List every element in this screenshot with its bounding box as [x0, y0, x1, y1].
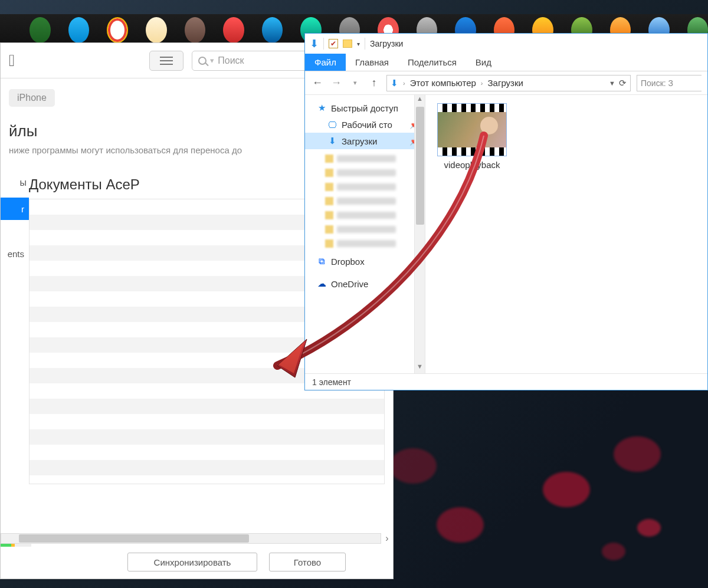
app-row[interactable]: ents — [1, 242, 29, 265]
path-segment[interactable]: Загрузки — [488, 78, 523, 88]
taskbar-icon[interactable] — [185, 17, 206, 43]
explorer-search-input[interactable]: Поиск: З — [637, 75, 702, 91]
address-dropdown-icon[interactable]: ▼ — [609, 80, 615, 87]
ribbon-tab-share[interactable]: Поделиться — [398, 54, 466, 71]
status-text: 1 элемент — [312, 377, 351, 387]
taskbar-icon[interactable] — [262, 17, 283, 43]
column-header: ы — [1, 178, 29, 198]
downloads-arrow-icon: ⬇ — [310, 37, 319, 50]
ribbon-tab-file[interactable]: Файл — [305, 54, 346, 71]
video-thumbnail — [437, 103, 507, 156]
files-pane[interactable]: videoplayback — [425, 95, 707, 373]
nav-up-icon[interactable]: ↑ — [368, 77, 381, 89]
qa-dropdown-icon[interactable]: ▾ — [357, 41, 360, 47]
list-icon — [160, 60, 173, 61]
nav-forward-icon: → — [330, 77, 343, 89]
sidebar-scrollbar[interactable]: ▲ ▼ — [414, 95, 425, 373]
folder-icon — [343, 40, 352, 48]
apps-column: ы r ents — [1, 178, 29, 484]
search-icon — [198, 57, 206, 65]
scroll-right-icon[interactable]: › — [381, 533, 393, 544]
sync-button[interactable]: Синхронизировать — [127, 553, 257, 571]
sidebar-dropbox[interactable]: ⧉ Dropbox — [305, 253, 425, 270]
sidebar-quick-access[interactable]: ★ Быстрый доступ — [305, 100, 425, 116]
desktop-icon: 🖵 — [327, 120, 337, 130]
file-item[interactable]: videoplayback — [434, 103, 510, 170]
downloads-arrow-icon: ⬇ — [391, 78, 398, 88]
app-row[interactable]: r — [1, 198, 29, 220]
nav-back-icon[interactable]: ← — [311, 77, 324, 89]
done-button[interactable]: Готово — [269, 553, 346, 571]
explorer-titlebar[interactable]: ⬇ ✔ ▾ Загрузки — [305, 34, 707, 54]
status-bar: 1 элемент — [305, 373, 707, 390]
taskbar-icon[interactable] — [107, 17, 128, 43]
sidebar-onedrive[interactable]: ☁ OneDrive — [305, 275, 425, 292]
ribbon-tab-home[interactable]: Главная — [346, 54, 398, 71]
dropdown-chevron-icon: ▾ — [210, 56, 214, 65]
chevron-right-icon: › — [481, 80, 483, 87]
taskbar-icon[interactable] — [30, 17, 51, 43]
scroll-up-icon[interactable]: ▲ — [415, 95, 425, 106]
nav-recent-icon[interactable]: ▾ — [349, 79, 362, 87]
qa-check-icon[interactable]: ✔ — [329, 39, 338, 48]
onedrive-icon: ☁ — [317, 278, 326, 289]
scroll-down-icon[interactable]: ▼ — [415, 363, 425, 373]
ribbon: Файл Главная Поделиться Вид — [305, 54, 707, 71]
nav-bar: ← → ▾ ↑ ⬇ › Этот компьютер › Загрузки ▼ … — [305, 71, 707, 95]
chevron-right-icon: › — [403, 80, 405, 87]
apple-logo-icon:  — [9, 51, 15, 70]
device-chip[interactable]: iPhone — [9, 89, 55, 107]
ribbon-tab-view[interactable]: Вид — [466, 54, 501, 71]
address-bar[interactable]: ⬇ › Этот компьютер › Загрузки ▼ ⟳ — [386, 75, 631, 91]
explorer-window: ⬇ ✔ ▾ Загрузки Файл Главная Поделиться В… — [304, 33, 708, 390]
navigation-pane: ★ Быстрый доступ 🖵 Рабочий сто 📌 ⬇ Загру… — [305, 95, 425, 373]
app-row[interactable] — [1, 220, 29, 242]
refresh-icon[interactable]: ⟳ — [619, 78, 627, 88]
taskbar-icon[interactable] — [146, 17, 167, 43]
file-name: videoplayback — [434, 160, 510, 170]
downloads-arrow-icon: ⬇ — [327, 136, 337, 146]
taskbar-icon[interactable] — [68, 17, 90, 43]
view-mode-button[interactable] — [149, 51, 183, 71]
sidebar-downloads[interactable]: ⬇ Загрузки 📌 — [305, 133, 425, 149]
star-icon: ★ — [317, 103, 326, 113]
search-placeholder: Поиск — [218, 55, 244, 66]
horizontal-scrollbar[interactable]: › — [1, 533, 393, 544]
window-title: Загрузки — [370, 39, 403, 48]
blurred-sidebar-items — [325, 153, 396, 249]
sidebar-desktop[interactable]: 🖵 Рабочий сто 📌 — [305, 116, 425, 133]
documents-title: Документы AceP — [29, 176, 140, 193]
dropbox-icon: ⧉ — [317, 256, 326, 267]
taskbar-icon[interactable] — [223, 17, 244, 43]
path-segment[interactable]: Этот компьютер — [410, 78, 476, 88]
